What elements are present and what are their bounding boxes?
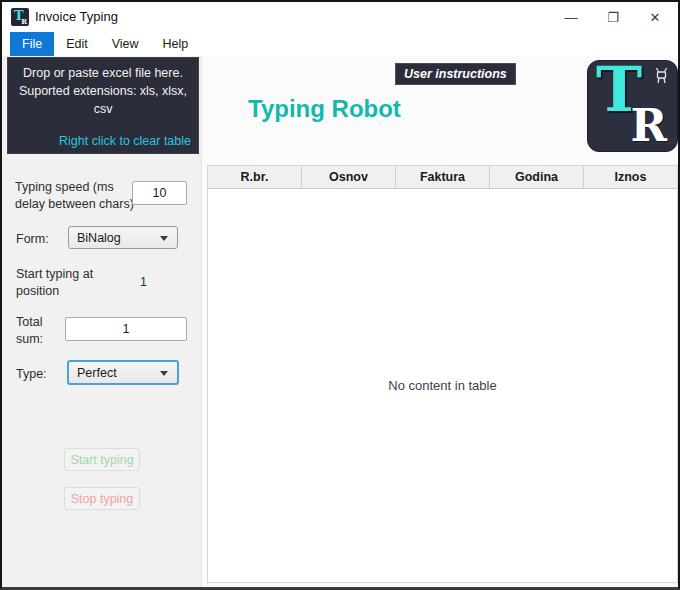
start-position-label: Start typing at position <box>16 266 128 300</box>
invoice-table[interactable]: R.br. Osnov Faktura Godina Iznos No cont… <box>207 165 678 583</box>
robot-icon <box>654 67 669 84</box>
page-title: Typing Robot <box>248 95 401 123</box>
window-controls: — ❐ ✕ <box>550 2 676 32</box>
stop-typing-button[interactable]: Stop typing <box>64 487 140 510</box>
start-typing-button[interactable]: Start typing <box>64 448 140 471</box>
menu-file[interactable]: File <box>10 32 54 56</box>
window-title: Invoice Typing <box>35 2 118 32</box>
drop-zone-text-line2: Suported extensions: xls, xlsx, <box>8 82 198 100</box>
start-position-value: 1 <box>140 274 147 291</box>
drop-zone-text-line1: Drop or paste excel file here. <box>8 64 198 82</box>
app-window: T R Invoice Typing — ❐ ✕ File Edit View … <box>0 0 680 590</box>
excel-drop-zone[interactable]: Drop or paste excel file here. Suported … <box>7 57 199 154</box>
chevron-down-icon <box>160 236 168 241</box>
form-dropdown-value: BiNalog <box>77 231 121 245</box>
form-dropdown[interactable]: BiNalog <box>68 226 178 249</box>
maximize-button[interactable]: ❐ <box>592 2 634 32</box>
column-header-rbr: R.br. <box>208 166 302 188</box>
minimize-button[interactable]: — <box>550 2 592 32</box>
typing-robot-logo: T R <box>587 60 678 152</box>
app-icon-r: R <box>21 17 27 26</box>
total-sum-label: Total sum: <box>16 314 62 348</box>
app-logo-icon: T R <box>11 8 29 26</box>
menu-help[interactable]: Help <box>151 32 201 56</box>
form-label: Form: <box>16 231 49 248</box>
column-header-osnov: Osnov <box>302 166 396 188</box>
table-body: No content in table <box>208 189 677 582</box>
typing-speed-label: Typing speed (ms delay between chars) <box>15 179 137 213</box>
user-instructions-label: User instructions <box>404 67 507 81</box>
type-dropdown[interactable]: Perfect <box>67 360 179 385</box>
logo-letter-r: R <box>630 100 667 151</box>
type-label: Type: <box>16 366 47 383</box>
total-sum-input[interactable] <box>65 317 187 341</box>
menu-edit[interactable]: Edit <box>54 32 100 56</box>
title-bar: T R Invoice Typing — ❐ ✕ <box>2 2 678 32</box>
column-header-faktura: Faktura <box>396 166 490 188</box>
empty-table-message: No content in table <box>388 378 496 393</box>
clear-table-hint: Right click to clear table <box>59 134 191 148</box>
menu-bar: File Edit View Help <box>2 32 678 56</box>
sidebar: Drop or paste excel file here. Suported … <box>2 56 202 587</box>
chevron-down-icon <box>160 371 168 376</box>
type-dropdown-value: Perfect <box>77 366 117 380</box>
typing-speed-input[interactable] <box>132 181 187 205</box>
close-button[interactable]: ✕ <box>634 2 676 32</box>
menu-view[interactable]: View <box>100 32 151 56</box>
column-header-godina: Godina <box>490 166 584 188</box>
drop-zone-text-line3: csv <box>8 100 198 118</box>
user-instructions-button[interactable]: User instructions <box>395 63 516 85</box>
column-header-iznos: Iznos <box>584 166 677 188</box>
table-header-row: R.br. Osnov Faktura Godina Iznos <box>208 166 677 189</box>
